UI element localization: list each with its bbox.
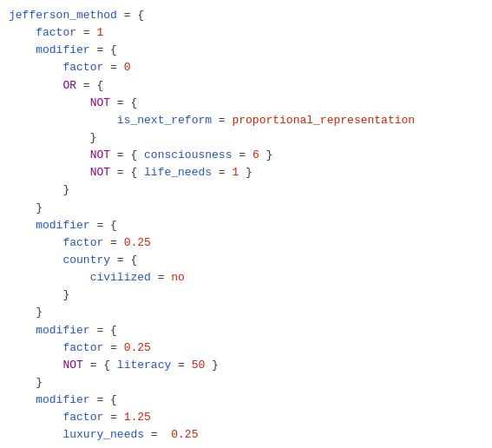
code-line: }	[0, 374, 492, 392]
code-line: jefferson_method = {	[0, 7, 492, 24]
code-line: }	[0, 304, 492, 321]
code-line: civilized = no	[0, 269, 492, 287]
code-line: NOT = { consciousness = 6 }	[0, 147, 492, 164]
code-line: }	[0, 287, 492, 304]
code-line: factor = 1	[0, 24, 492, 42]
code-line: NOT = {	[0, 95, 492, 112]
code-line: factor = 1.25	[0, 409, 492, 426]
code-line: factor = 0.25	[0, 339, 492, 357]
code-line: }	[0, 445, 492, 448]
code-line: }	[0, 129, 492, 147]
code-line: modifier = {	[0, 217, 492, 234]
code-line: NOT = { literacy = 50 }	[0, 357, 492, 374]
code-line: }	[0, 181, 492, 199]
code-line: country = {	[0, 252, 492, 269]
code-line: factor = 0.25	[0, 234, 492, 252]
code-line: modifier = {	[0, 42, 492, 59]
code-block: jefferson_method = { factor = 1 modifier…	[0, 7, 492, 448]
code-line: factor = 0	[0, 59, 492, 76]
code-line: OR = {	[0, 77, 492, 95]
code-line: }	[0, 200, 492, 217]
code-line: modifier = {	[0, 322, 492, 339]
code-line: NOT = { life_needs = 1 }	[0, 164, 492, 181]
code-editor: jefferson_method = { factor = 1 modifier…	[0, 0, 492, 448]
code-line: is_next_reform = proportional_representa…	[0, 112, 492, 129]
code-line: luxury_needs = 0.25	[0, 426, 492, 444]
code-line: modifier = {	[0, 392, 492, 409]
